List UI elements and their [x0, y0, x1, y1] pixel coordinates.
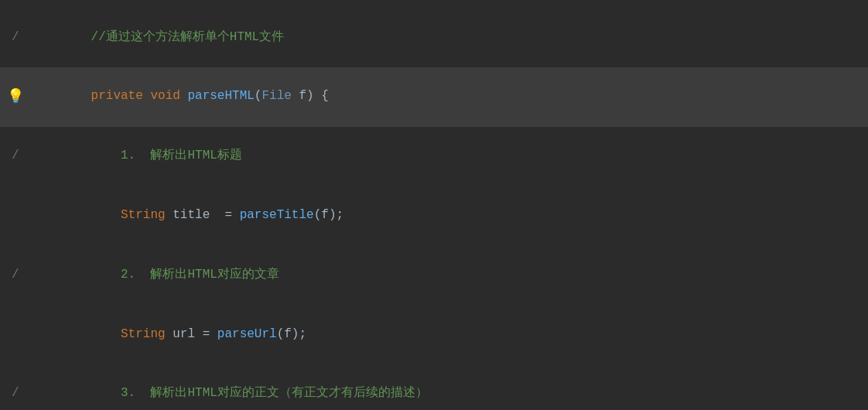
bulb-icon: 💡: [7, 86, 24, 108]
code-editor: / //通过这个方法解析单个HTML文件 💡 private void pars…: [0, 0, 868, 410]
type-string-2: String: [91, 327, 173, 341]
slash-marker-3: /: [12, 146, 19, 166]
code-line-5: / 2. 解析出HTML对应的文章: [0, 245, 868, 305]
line-content-6: String url = parseUrl(f);: [31, 305, 868, 364]
line-content-3: 1. 解析出HTML标题: [31, 127, 868, 186]
code-line-4: / String title = parseTitle(f);: [0, 186, 868, 245]
gutter-4: /: [0, 206, 31, 226]
slash-marker-1: /: [12, 28, 19, 48]
gutter-6: /: [0, 325, 31, 345]
slash-marker-7: /: [12, 384, 19, 404]
call-1: (f);: [314, 208, 343, 222]
keyword-private: private: [91, 89, 151, 103]
line-content-4: String title = parseTitle(f);: [31, 186, 868, 245]
code-line-1: / //通过这个方法解析单个HTML文件: [0, 8, 868, 67]
gutter-7: /: [0, 384, 31, 404]
gutter-2: 💡: [0, 86, 31, 108]
line-content-5: 2. 解析出HTML对应的文章: [31, 245, 868, 305]
gutter-5: /: [0, 265, 31, 285]
eq-1: =: [224, 208, 239, 222]
code-line-7: / 3. 解析出HTML对应的正文（有正文才有后续的描述）: [0, 364, 868, 410]
code-line-2: 💡 private void parseHTML(File f) {: [0, 67, 868, 127]
var-url: url: [173, 327, 202, 341]
comment-2: 2. 解析出HTML对应的文章: [91, 268, 279, 282]
line-content-1: //通过这个方法解析单个HTML文件: [31, 8, 868, 67]
func-parseurl: parseUrl: [217, 327, 277, 341]
slash-marker-5: /: [12, 265, 19, 285]
line-content-7: 3. 解析出HTML对应的正文（有正文才有后续的描述）: [31, 364, 868, 410]
param-type-file: File: [261, 89, 291, 103]
gutter-3: /: [0, 146, 31, 166]
code-line-6: / String url = parseUrl(f);: [0, 305, 868, 364]
comment-text-1: //通过这个方法解析单个HTML文件: [91, 30, 285, 44]
eq-2: =: [203, 327, 217, 341]
type-string-1: String: [91, 208, 173, 222]
var-title: title: [173, 208, 224, 222]
comment-3: 3. 解析出HTML对应的正文（有正文才有后续的描述）: [91, 386, 428, 400]
call-2: (f);: [277, 327, 306, 341]
code-line-3: / 1. 解析出HTML标题: [0, 127, 868, 186]
func-parsetitle: parseTitle: [240, 208, 314, 222]
gutter-1: /: [0, 28, 31, 48]
line-content-2: private void parseHTML(File f) {: [31, 67, 868, 127]
method-parsehtml: parseHTML: [187, 89, 254, 103]
param-f: f) {: [292, 89, 329, 103]
keyword-void: void: [150, 89, 187, 103]
comment-1: 1. 解析出HTML标题: [91, 149, 242, 162]
